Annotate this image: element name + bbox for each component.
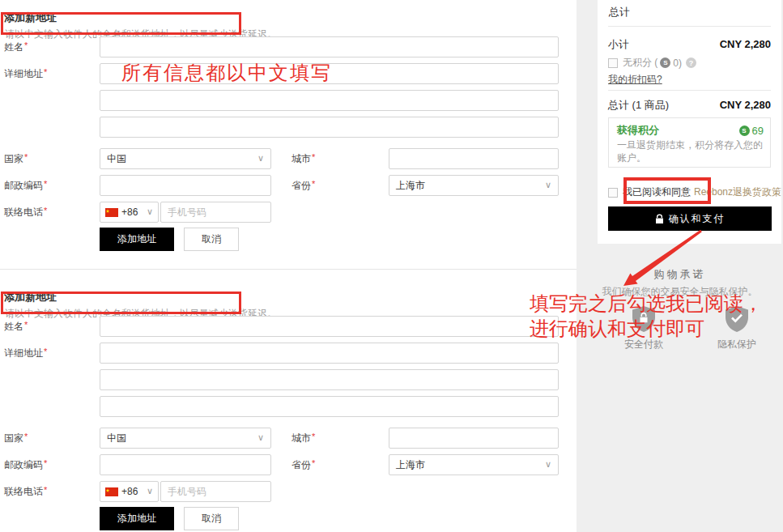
subtotal-value: CNY 2,280 <box>720 38 771 50</box>
agree-row: 我已阅读和同意 Reebonz退换货政策 <box>608 185 781 199</box>
china-flag-icon <box>105 487 118 496</box>
address-label: 详细地址* <box>4 67 47 81</box>
chevron-down-icon: ∨ <box>257 433 264 442</box>
chevron-down-icon: ∨ <box>147 207 153 216</box>
address-form-2: 添加新地址 请以中文输入收件人的全名和送货地址，以尽量减少送货延迟。 姓名* 详… <box>0 279 577 532</box>
postal-input[interactable] <box>100 175 271 196</box>
subtotal-label: 小计 <box>608 37 629 52</box>
phone-input[interactable] <box>160 481 271 502</box>
country-select[interactable]: 中国∨ <box>100 428 271 449</box>
phone-country-code-select[interactable]: +86 ∨ <box>100 481 159 502</box>
divider <box>608 26 771 27</box>
agree-checkbox[interactable] <box>608 188 618 198</box>
confirm-pay-button[interactable]: 确认和支付 <box>608 206 772 231</box>
country-select[interactable]: 中国∨ <box>100 148 271 169</box>
province-label: 省份* <box>291 179 315 193</box>
subtotal-row: 小计 CNY 2,280 <box>608 37 771 52</box>
country-label: 国家* <box>4 432 28 445</box>
total-label: 总计 (1 商品) <box>608 98 669 113</box>
earn-points-title: 获得积分 <box>617 123 659 138</box>
no-points-row: 无积分 ( S 0) ? <box>608 56 696 70</box>
total-row: 总计 (1 商品) CNY 2,280 <box>608 98 771 113</box>
address-input-2[interactable] <box>100 369 559 390</box>
order-summary-panel: 总计 小计 CNY 2,280 无积分 ( S 0) ? 我的折扣码? 总计 (… <box>577 0 783 532</box>
postal-input[interactable] <box>100 454 271 475</box>
privacy-protection-label: 隐私保护 <box>696 338 777 351</box>
promise-subtitle: 我们确保您的交易安全与隐私保护。 <box>577 285 783 299</box>
province-select[interactable]: 上海市∨ <box>389 175 559 196</box>
no-points-checkbox[interactable] <box>608 58 618 68</box>
phone-label: 联络电话* <box>4 485 47 499</box>
checkout-page: 添加新地址 请以中文输入收件人的全名和送货地址，以尽量减少送货延迟。 姓名* 详… <box>0 0 783 532</box>
address-input-2[interactable] <box>100 90 559 111</box>
privacy-protection-item: 隐私保护 <box>696 306 777 351</box>
shield-check-icon <box>726 306 748 332</box>
address-input-1[interactable] <box>100 343 559 364</box>
total-value: CNY 2,280 <box>720 99 771 111</box>
points-coin-icon: S <box>739 126 750 136</box>
address-input-3[interactable] <box>100 396 559 417</box>
form-title: 添加新地址 <box>4 290 57 304</box>
add-address-button[interactable]: 添加地址 <box>100 228 174 251</box>
city-input[interactable] <box>389 148 559 169</box>
chevron-down-icon: ∨ <box>545 181 551 189</box>
country-label: 国家* <box>4 152 28 166</box>
address-input-3[interactable] <box>100 117 559 138</box>
address-forms-area: 添加新地址 请以中文输入收件人的全名和送货地址，以尽量减少送货延迟。 姓名* 详… <box>0 0 577 532</box>
add-address-button[interactable]: 添加地址 <box>100 507 174 530</box>
city-label: 城市* <box>291 432 315 445</box>
cancel-button[interactable]: 取消 <box>184 228 239 251</box>
phone-input[interactable] <box>160 202 271 223</box>
summary-title: 总计 <box>609 5 630 19</box>
forms-divider <box>0 269 577 270</box>
secure-payment-label: 安全付款 <box>603 338 684 351</box>
phone-country-code-select[interactable]: +86 ∨ <box>100 202 159 223</box>
lock-icon <box>655 214 664 224</box>
help-question-icon[interactable]: ? <box>686 57 696 68</box>
discount-code-link[interactable]: 我的折扣码? <box>608 73 662 87</box>
earn-points-box: 获得积分 S69 一旦退货期结束，积分将存入您的账户。 <box>608 117 771 168</box>
name-input[interactable] <box>100 316 559 337</box>
name-label: 姓名* <box>4 320 28 334</box>
province-label: 省份* <box>291 458 315 472</box>
chevron-down-icon: ∨ <box>545 460 551 469</box>
china-flag-icon <box>105 208 118 217</box>
city-label: 城市* <box>291 152 315 166</box>
promise-title: 购物承诺 <box>577 267 783 282</box>
address-input-1[interactable] <box>100 63 559 84</box>
province-select[interactable]: 上海市∨ <box>389 454 559 475</box>
agree-label: 我已阅读和同意 <box>623 185 691 199</box>
earn-points-amount: S69 <box>737 125 764 137</box>
divider <box>608 90 771 91</box>
phone-label: 联络电话* <box>4 206 47 219</box>
shield-lock-icon <box>632 306 655 332</box>
earn-points-description: 一旦退货期结束，积分将存入您的账户。 <box>617 138 765 164</box>
city-input[interactable] <box>389 428 559 449</box>
address-form-1: 添加新地址 请以中文输入收件人的全名和送货地址，以尽量减少送货延迟。 姓名* 详… <box>0 0 577 267</box>
chevron-down-icon: ∨ <box>147 487 153 496</box>
postal-label: 邮政编码* <box>4 458 47 472</box>
name-label: 姓名* <box>4 40 28 54</box>
return-policy-link[interactable]: Reebonz退换货政策 <box>694 185 781 199</box>
cancel-button[interactable]: 取消 <box>184 507 239 530</box>
secure-payment-item: 安全付款 <box>603 306 684 351</box>
points-coin-icon: S <box>660 57 670 68</box>
address-label: 详细地址* <box>4 347 47 360</box>
form-title: 添加新地址 <box>4 11 57 25</box>
chevron-down-icon: ∨ <box>257 154 264 163</box>
name-input[interactable] <box>100 36 559 57</box>
order-summary-card: 总计 小计 CNY 2,280 无积分 ( S 0) ? 我的折扣码? 总计 (… <box>598 0 781 244</box>
postal-label: 邮政编码* <box>4 179 47 193</box>
